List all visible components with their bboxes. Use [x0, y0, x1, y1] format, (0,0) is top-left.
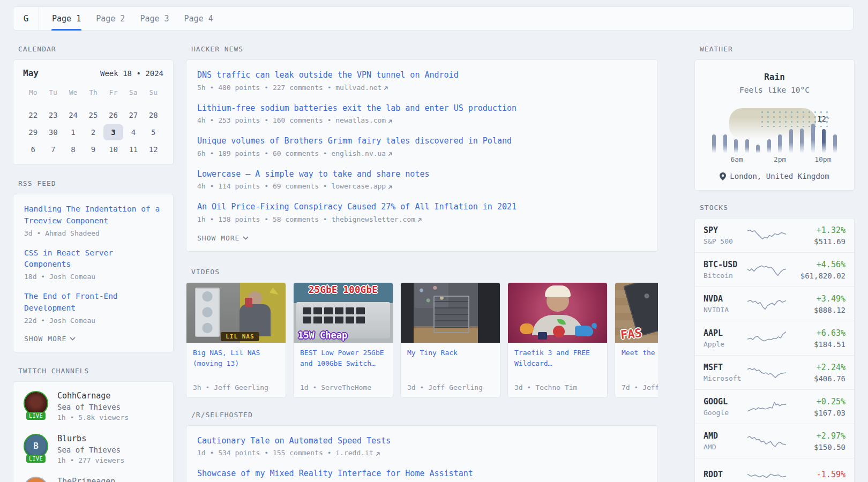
stock-row[interactable]: AMD AMD +2.97% $150.50 — [695, 424, 854, 458]
video-meta: 3h • Jeff Geerling — [193, 383, 268, 391]
twitch-channel-name[interactable]: ThePrimeagen — [57, 477, 115, 482]
hn-item-meta: 4h • 114 points • 69 comments • lowercas… — [197, 182, 647, 191]
weather-section-title: WEATHER — [700, 45, 855, 53]
stock-values: +2.24% $406.76 — [786, 363, 845, 383]
video-card[interactable]: My Tiny Rack 3d • Jeff Geerling — [400, 282, 500, 398]
stock-row[interactable]: NVDA NVIDIA +3.49% $888.12 — [695, 287, 854, 321]
rss-item-title[interactable]: The End of Front-End Development — [24, 291, 162, 314]
calendar-day-cell: 7 — [43, 141, 63, 157]
video-card[interactable]: LIL NAS Big NAS, Lil NAS (moving 13) 3h … — [186, 282, 286, 398]
twitch-channel-row[interactable]: B LIVE Blurbs Sea of Thieves 1h • 277 vi… — [23, 434, 163, 464]
video-title[interactable]: My Tiny Rack — [407, 348, 493, 358]
video-card[interactable]: 25GbE 100GbE 15W Cheap BEST Low Power 25… — [293, 282, 393, 398]
weather-widget: WEATHER Rain Feels like 10°C 12° 6am 2pm… — [694, 45, 855, 191]
rss-show-more-button[interactable]: SHOW MORE — [24, 335, 162, 343]
tab-page-3[interactable]: Page 3 — [132, 7, 176, 30]
app-logo[interactable]: G — [13, 7, 39, 30]
live-badge: LIVE — [26, 412, 46, 420]
twitch-channel-name[interactable]: Blurbs — [57, 434, 124, 443]
calendar-day-cell: 1 — [63, 124, 83, 140]
video-title[interactable]: BEST Low Power 25GbE and 100GbE Switch… — [300, 348, 386, 369]
stock-sparkline — [747, 261, 786, 279]
external-link-icon[interactable] — [417, 216, 422, 224]
weather-card: Rain Feels like 10°C 12° 6am 2pm 10pm Lo… — [694, 59, 855, 191]
tab-page-4[interactable]: Page 4 — [177, 7, 221, 30]
hn-item: An Oil Price-Fixing Conspiracy Caused 27… — [197, 201, 647, 224]
hn-meta-text: 4h • 253 points • 160 comments • newatla… — [197, 116, 386, 124]
stock-id: AMD AMD — [704, 431, 747, 451]
video-thumbnail[interactable]: LIL NAS — [186, 283, 286, 343]
video-meta: 1d • ServeTheHome — [300, 383, 371, 391]
stock-price: $406.76 — [786, 374, 845, 383]
video-thumbnail[interactable] — [401, 283, 500, 343]
twitch-channel-row[interactable]: LIVE CohhCarnage Sea of Thieves 1h • 5.8… — [23, 391, 163, 421]
rss-widget: RSS FEED Handling The Indentation of a T… — [13, 179, 174, 352]
calendar-day-cell: 30 — [43, 124, 63, 140]
video-title[interactable]: Traefik 3 and FREE Wildcard… — [514, 348, 601, 369]
stock-symbol[interactable]: RDDT — [704, 470, 747, 479]
hn-item-title[interactable]: DNS traffic can leak outside the VPN tun… — [197, 69, 647, 81]
stock-symbol[interactable]: AAPL — [704, 328, 747, 338]
video-thumbnail[interactable]: FAS — [615, 283, 658, 343]
stock-change: +1.32% — [786, 225, 845, 235]
posters-graphic — [415, 283, 448, 308]
twitch-channel-info: CohhCarnage Sea of Thieves 1h • 5.8k vie… — [57, 391, 129, 421]
external-link-icon[interactable] — [387, 117, 393, 125]
hn-item-title[interactable]: Lowercase – A simple way to take and sha… — [197, 168, 647, 180]
video-title[interactable]: Meet the Linux Clu… — [622, 348, 658, 358]
weather-location[interactable]: London, United Kingdom — [704, 172, 845, 180]
hn-item-title[interactable]: An Oil Price-Fixing Conspiracy Caused 27… — [197, 201, 647, 213]
rack-graphic — [433, 296, 469, 333]
stock-row[interactable]: MSFT Microsoft +2.24% $406.76 — [695, 355, 854, 389]
stock-symbol[interactable]: SPY — [704, 225, 747, 235]
twitch-channel-row[interactable]: ThePrimeagen — [23, 477, 163, 482]
hackernews-section-title: HACKER NEWS — [191, 45, 658, 53]
hn-item-title[interactable]: Unique volumes of Brothers Grimm fairy t… — [197, 135, 647, 147]
reddit-item-title[interactable]: Showcase of my Mixed Reality Interface f… — [197, 468, 647, 480]
stock-row[interactable]: GOOGL Google +0.25% $167.03 — [695, 389, 854, 424]
weather-bar — [789, 129, 793, 153]
hn-show-more-button[interactable]: SHOW MORE — [197, 234, 647, 242]
tab-page-1[interactable]: Page 1 — [44, 7, 88, 30]
external-link-icon[interactable] — [387, 150, 393, 158]
twitch-channel-viewers: 1h • 5.8k viewers — [57, 413, 129, 421]
external-link-icon[interactable] — [387, 183, 393, 191]
stock-row[interactable]: BTC-USD Bitcoin +4.56% $61,820.02 — [695, 252, 854, 287]
tab-page-2[interactable]: Page 2 — [88, 7, 132, 30]
video-card[interactable]: Traefik 3 and FREE Wildcard… 3d • Techno… — [507, 282, 608, 398]
weekday-label: Mo — [23, 86, 43, 99]
stock-row[interactable]: RDDT -1.59% — [695, 458, 854, 482]
twitch-channel-category[interactable]: Sea of Thieves — [57, 403, 129, 411]
rss-item-title[interactable]: CSS in React Server Components — [24, 247, 162, 271]
stock-symbol[interactable]: GOOGL — [704, 397, 747, 406]
video-thumbnail[interactable] — [508, 283, 607, 343]
video-thumbnail[interactable]: 25GbE 100GbE 15W Cheap — [294, 283, 393, 343]
lock-icon — [538, 332, 547, 340]
stock-change: +2.97% — [786, 431, 845, 441]
weather-bar-current — [822, 129, 826, 153]
video-card[interactable]: FAS Meet the Linux Clu… 7d • Jeff Geerli… — [615, 282, 658, 398]
twitch-channel-name[interactable]: CohhCarnage — [57, 391, 129, 401]
twitch-avatar-theprimeagen — [24, 477, 48, 482]
twitch-channel-category[interactable]: Sea of Thieves — [57, 446, 124, 454]
stock-row[interactable]: SPY S&P 500 +1.32% $511.69 — [695, 219, 854, 252]
video-title[interactable]: Big NAS, Lil NAS (moving 13) — [193, 348, 279, 369]
stock-symbol[interactable]: MSFT — [704, 363, 747, 372]
chevron-down-icon — [243, 236, 249, 240]
stock-symbol[interactable]: NVDA — [704, 294, 747, 304]
stock-row[interactable]: AAPL Apple +6.63% $184.51 — [695, 321, 854, 355]
external-link-icon[interactable] — [383, 84, 388, 92]
arrow-graphic — [270, 287, 280, 297]
hn-meta-text: 5h • 480 points • 227 comments • mullvad… — [197, 84, 381, 92]
stock-sparkline — [747, 364, 786, 382]
ports-graphic — [303, 307, 365, 323]
stock-symbol[interactable]: AMD — [704, 431, 747, 441]
docker-whale-icon — [575, 326, 593, 336]
left-column: CALENDAR May Week 18 • 2024 Mo Tu We Th … — [13, 45, 174, 482]
rss-item-title[interactable]: Handling The Indentation of a Treeview C… — [24, 204, 162, 227]
weather-bar — [811, 124, 815, 153]
stock-symbol[interactable]: BTC-USD — [704, 260, 747, 269]
hn-item-title[interactable]: Lithium-free sodium batteries exit the l… — [197, 102, 647, 115]
external-link-icon[interactable] — [375, 449, 380, 457]
reddit-item-title[interactable]: Cautionary Tale on Automated Speed Tests — [197, 435, 647, 447]
